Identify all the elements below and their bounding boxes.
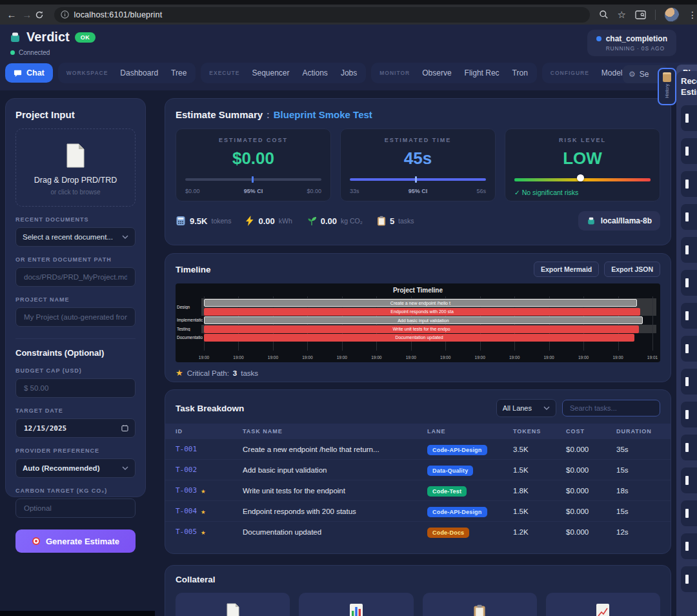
- estimate-history-item[interactable]: [681, 138, 697, 164]
- gantt-bar[interactable]: Documentation updated: [204, 334, 634, 342]
- estimate-history-item[interactable]: [681, 533, 697, 559]
- estimate-history-item[interactable]: [681, 566, 697, 592]
- time-ci-slider: [350, 176, 486, 183]
- lane-filter-select[interactable]: All Lanes: [496, 399, 556, 417]
- task-id-text: T-004: [176, 507, 197, 515]
- chat-bubble-icon: [14, 69, 22, 77]
- nav-tab-tron[interactable]: Tron: [506, 65, 534, 81]
- summary-separator: :: [267, 110, 270, 120]
- estimate-history-item[interactable]: [681, 369, 697, 395]
- export-json-button[interactable]: Export JSON: [604, 262, 660, 277]
- site-info-icon[interactable]: [61, 10, 69, 19]
- critical-star-icon: ★: [201, 507, 205, 516]
- collateral-card[interactable]: [546, 593, 660, 616]
- estimate-history-item[interactable]: [681, 500, 697, 526]
- table-row[interactable]: T-001Create a new endpoint /hello that r…: [165, 439, 671, 460]
- target-date-field-wrap: [15, 418, 136, 438]
- project-name-input[interactable]: [23, 313, 128, 322]
- file-dropzone[interactable]: Drag & Drop PRD/TRD or click to browse: [15, 128, 136, 207]
- nav-section-label: MONITOR: [379, 70, 410, 76]
- document-path-input[interactable]: [23, 272, 128, 282]
- gantt-bar[interactable]: Endpoint responds with 200 sta: [204, 308, 640, 316]
- history-tab[interactable]: History: [658, 68, 676, 105]
- nav-tab-actions[interactable]: Actions: [296, 65, 334, 81]
- chevron-down-icon: [543, 406, 550, 410]
- calendar-icon[interactable]: [121, 424, 128, 432]
- calculator-icon: [176, 216, 186, 226]
- gantt-bar[interactable]: Create a new endpoint /hello t: [204, 299, 637, 307]
- budget-cap-input[interactable]: [23, 384, 128, 393]
- estimate-history-item[interactable]: [681, 303, 697, 329]
- column-header-id: ID: [176, 428, 243, 435]
- critical-path-suffix: tasks: [241, 369, 258, 377]
- table-row[interactable]: T-004★Endpoint responds with 200 statusC…: [165, 501, 671, 522]
- nav-tab-flight-rec[interactable]: Flight Rec: [458, 65, 506, 81]
- browser-toolbar: ← → localhost:6101/blueprint ☆ ⋮: [0, 5, 697, 25]
- task-id: T-001: [176, 445, 243, 453]
- table-row[interactable]: T-005★Documentation updatedCode-Docs1.2K…: [165, 522, 671, 542]
- estimate-history-item[interactable]: [681, 467, 697, 493]
- event-status-card: chat_completion RUNNING · 0S AGO: [587, 30, 676, 56]
- nav-tab-dashboard[interactable]: Dashboard: [114, 65, 165, 81]
- url-text: localhost:6101/blueprint: [74, 10, 163, 19]
- critical-path-count: 3: [233, 369, 237, 377]
- recent-documents-select[interactable]: Select a recent document...: [15, 227, 136, 247]
- task-id: T-004★: [176, 507, 243, 516]
- time-ci-max: 56s: [476, 188, 486, 194]
- chat-button[interactable]: Chat: [5, 63, 53, 83]
- table-row[interactable]: T-003★Write unit tests for the endpointC…: [165, 480, 671, 501]
- nav-tab-tree[interactable]: Tree: [165, 65, 193, 81]
- export-mermaid-button[interactable]: Export Mermaid: [534, 262, 599, 277]
- task-cost: $0.000: [566, 446, 616, 453]
- estimate-history-item[interactable]: [681, 237, 697, 263]
- browser-forward-icon[interactable]: →: [19, 9, 35, 20]
- estimate-history-item[interactable]: [681, 270, 697, 296]
- carbon-target-label: CARBON TARGET (KG CO₂): [15, 488, 136, 494]
- carbon-target-input[interactable]: [23, 504, 128, 513]
- gantt-bar[interactable]: Write unit tests for the endpo: [204, 325, 639, 333]
- nav-tab-observe[interactable]: Observe: [416, 65, 458, 81]
- gantt-lane-label: Implementation: [177, 318, 203, 322]
- target-icon: [32, 537, 41, 546]
- stat-unit: kWh: [279, 217, 292, 225]
- side-panel-icon[interactable]: [635, 10, 646, 19]
- estimate-history-item[interactable]: [681, 105, 697, 131]
- task-duration: 12s: [616, 528, 662, 536]
- bookmark-star-icon[interactable]: ☆: [618, 9, 626, 21]
- collateral-card[interactable]: [176, 593, 290, 616]
- collateral-card[interactable]: [423, 593, 537, 616]
- address-bar[interactable]: localhost:6101/blueprint: [54, 7, 590, 23]
- task-search-wrap: [562, 400, 660, 416]
- task-search-input[interactable]: [569, 404, 654, 413]
- gear-icon: ⚙: [629, 70, 636, 79]
- nav-tab-jobs[interactable]: Jobs: [334, 65, 363, 81]
- nav-tab-sequencer[interactable]: Sequencer: [245, 65, 296, 81]
- task-id-text: T-002: [176, 466, 197, 474]
- gantt-bar[interactable]: Add basic input validation: [204, 316, 643, 324]
- table-row[interactable]: T-002Add basic input validationData-Qual…: [165, 460, 671, 480]
- search-icon[interactable]: [599, 10, 609, 19]
- estimate-history-item[interactable]: [681, 435, 697, 460]
- column-header-tokens: TOKENS: [513, 428, 566, 435]
- nav-group-workspace: WORKSPACEDashboardTree: [58, 63, 196, 83]
- bolt-icon: [245, 216, 254, 226]
- target-date-input[interactable]: [23, 424, 121, 433]
- gantt-tick-label: 19:00: [302, 355, 312, 360]
- collateral-card[interactable]: [299, 593, 413, 616]
- estimate-history-item[interactable]: [681, 204, 697, 230]
- browser-refresh-icon[interactable]: [35, 10, 50, 19]
- stat-unit: tokens: [211, 217, 231, 225]
- task-tokens: 1.8K: [513, 487, 566, 495]
- browser-menu-icon[interactable]: ⋮: [688, 10, 697, 20]
- profile-avatar[interactable]: [665, 8, 679, 22]
- model-chip[interactable]: local/llama-8b: [578, 211, 660, 231]
- lane-filter-value: All Lanes: [503, 404, 532, 412]
- browser-back-icon[interactable]: ←: [4, 9, 19, 20]
- estimate-history-item[interactable]: [681, 336, 697, 362]
- estimate-history-item[interactable]: [681, 171, 697, 197]
- provider-preference-select[interactable]: Auto (Recommended): [15, 458, 136, 478]
- estimate-history-item[interactable]: [681, 402, 697, 427]
- generate-estimate-button[interactable]: Generate Estimate: [15, 529, 136, 553]
- task-lane: Code-API-Design: [427, 505, 513, 517]
- task-tokens: 1.5K: [513, 466, 566, 474]
